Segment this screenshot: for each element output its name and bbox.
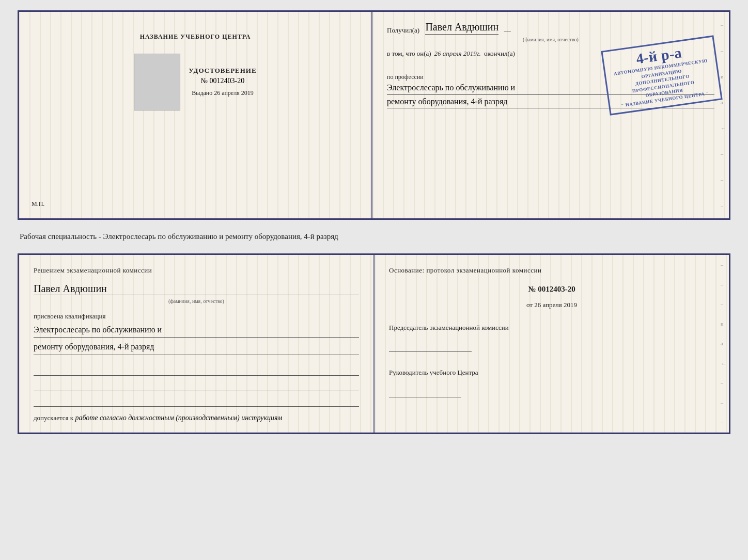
ot-date-value: 26 апреля 2019 xyxy=(534,301,577,309)
bottom-document: Решением экзаменационной комиссии Павел … xyxy=(18,253,730,434)
description-line: Рабочая специальность - Электрослесарь п… xyxy=(18,228,730,245)
predsedatel-block: Председатель экзаменационной комиссии xyxy=(389,323,714,353)
sig-line-1 xyxy=(34,363,359,376)
qualification-line1: Электрослесарь по обслуживанию и xyxy=(34,323,359,338)
top-document: НАЗВАНИЕ УЧЕБНОГО ЦЕНТРА УДОСТОВЕРЕНИЕ №… xyxy=(18,10,730,220)
qualification-line2: ремонту оборудования, 4-й разряд xyxy=(34,340,359,355)
poluchil-label: Получил(а) xyxy=(387,26,419,35)
bottom-name-block: Павел Авдюшин (фамилия, имя, отчество) xyxy=(34,280,359,304)
prisvoena-label: присвоена квалификация xyxy=(34,312,359,321)
vydano-line: Выдано 26 апреля 2019 xyxy=(189,89,256,97)
okonchil-label: окончил(а) xyxy=(484,50,515,58)
vydano-date: 26 апреля 2019 xyxy=(214,89,253,97)
dopuskaetsya-prefix: допускается к xyxy=(34,414,73,422)
vydano-label: Выдано xyxy=(192,89,212,97)
vtom-date: 26 апреля 2019г. xyxy=(434,50,481,58)
rukovoditel-label: Руководитель учебного Центра xyxy=(389,367,714,378)
top-doc-left: НАЗВАНИЕ УЧЕБНОГО ЦЕНТРА УДОСТОВЕРЕНИЕ №… xyxy=(19,12,372,218)
rukovoditel-block: Руководитель учебного Центра xyxy=(389,367,714,397)
vtom-prefix: в том, что он(а) xyxy=(387,50,431,58)
udostoverenie-number: № 0012403-20 xyxy=(189,77,256,85)
udostoverenie-title: УДОСТОВЕРЕНИЕ xyxy=(189,67,256,75)
osnovanie-label: Основание: протокол экзаменационной коми… xyxy=(389,265,714,276)
poluchil-line: Получил(а) Павел Авдюшин — xyxy=(387,21,714,35)
bottom-recipient-name: Павел Авдюшин xyxy=(34,283,359,295)
recipient-name: Павел Авдюшин xyxy=(425,21,498,35)
bottom-doc-left: Решением экзаменационной комиссии Павел … xyxy=(19,255,375,433)
predsedatel-sig-line xyxy=(389,338,472,352)
predsedatel-label: Председатель экзаменационной комиссии xyxy=(389,323,714,333)
resheniem-title: Решением экзаменационной комиссии xyxy=(34,265,359,276)
udostoverenie-block: УДОСТОВЕРЕНИЕ № 0012403-20 Выдано 26 апр… xyxy=(189,67,256,97)
side-dashes-top: – – и а ← – – – xyxy=(721,12,726,218)
mp-label: М.П. xyxy=(32,200,44,208)
bottom-doc-right: Основание: протокол экзаменационной коми… xyxy=(375,255,729,433)
protocol-number: № 0012403-20 xyxy=(389,285,714,294)
bottom-name-hint: (фамилия, имя, отчество) xyxy=(34,298,359,304)
ot-date: от 26 апреля 2019 xyxy=(389,301,714,309)
poluchil-block: Получил(а) Павел Авдюшин — (фамилия, имя… xyxy=(387,21,714,42)
id-card-section: УДОСТОВЕРЕНИЕ № 0012403-20 Выдано 26 апр… xyxy=(32,54,359,110)
side-dashes-bottom: – – – и а ← – – – xyxy=(721,255,726,433)
signature-lines xyxy=(34,363,359,407)
top-doc-right: Получил(а) Павел Авдюшин — (фамилия, имя… xyxy=(372,12,729,218)
top-left-title: НАЗВАНИЕ УЧЕБНОГО ЦЕНТРА xyxy=(140,33,251,41)
rukovoditel-sig-line xyxy=(389,383,461,397)
sig-line-3 xyxy=(34,394,359,407)
dopuskaetsya-block: допускается к работе согласно должностны… xyxy=(34,414,359,422)
sig-line-2 xyxy=(34,379,359,391)
photo-placeholder xyxy=(134,54,180,110)
ot-label: от xyxy=(526,301,533,309)
dopuskaetsya-text: работе согласно должностным (производств… xyxy=(75,414,282,422)
